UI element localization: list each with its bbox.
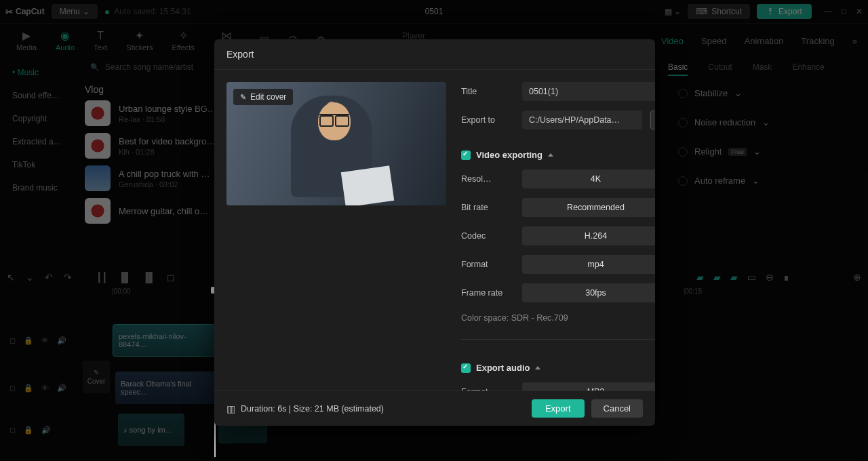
modal-export-button[interactable]: Export [532,399,585,418]
duration-text: Duration: 6s | Size: 21 MB (estimated) [241,404,384,414]
exportto-label: Export to [461,115,514,125]
edit-cover-button[interactable]: Edit cover [233,89,293,105]
export-modal: Export Edit cover Title Export to 🗀 Vide… [214,39,655,426]
video-checkbox[interactable] [461,151,471,160]
modal-cancel-button[interactable]: Cancel [591,399,643,418]
preview-thumbnail: Edit cover [226,82,446,205]
codec-label: Codec [461,231,514,241]
resolution-select[interactable]: 4K [522,169,655,188]
collapse-icon[interactable] [535,366,540,369]
export-audio-header[interactable]: Export audio [461,363,655,373]
fps-select[interactable]: 30fps [522,283,655,302]
bitrate-select[interactable]: Recommended [522,198,655,217]
folder-icon[interactable]: 🗀 [650,111,655,129]
exportto-input[interactable] [522,111,642,129]
format-label: Format [461,260,514,269]
collapse-icon[interactable] [548,153,553,157]
fps-label: Frame rate [461,288,514,298]
format-select[interactable]: mp4 [522,255,655,274]
color-space-note: Color space: SDR - Rec.709 [461,313,655,323]
modal-title: Export [214,39,655,70]
audio-format-label: Format [461,387,514,390]
duration-icon: ▥ [226,403,235,414]
video-exporting-header[interactable]: Video exporting [461,150,655,160]
title-label: Title [461,87,514,96]
codec-select[interactable]: H.264 [522,226,655,245]
resol-label: Resol… [461,174,514,184]
title-input[interactable] [522,82,655,101]
audio-format-select[interactable]: MP3 [522,382,655,390]
bitrate-label: Bit rate [461,203,514,212]
audio-checkbox[interactable] [461,363,471,373]
